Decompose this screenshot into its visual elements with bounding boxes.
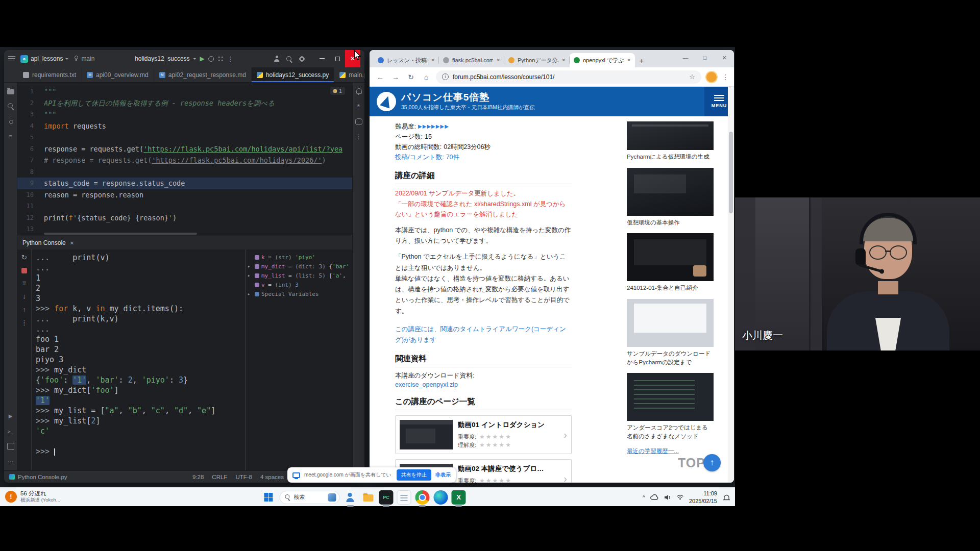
minimize-button[interactable]: — [676,50,695,65]
taskbar-clock[interactable]: 11:09 2025/02/15 [689,490,717,505]
settings-icon[interactable] [299,56,305,62]
notification-bell-icon[interactable] [723,494,730,501]
related-video-item[interactable]: サンプルデータのダウンロードからPycharmの設定まで [627,299,714,366]
status-item[interactable]: UTF-8 [235,474,252,480]
inspections-widget[interactable]: 1 [330,87,345,95]
search-everywhere-icon[interactable] [286,56,292,62]
close-button[interactable]: ✕ [715,50,734,65]
scroll-down-icon[interactable] [20,292,28,300]
back-button[interactable] [375,73,386,81]
code-editor[interactable]: 1"""2APIを利用して休日の情報を取得する例 - response head… [17,83,352,236]
hide-bar-link[interactable]: 非表示 [435,471,451,479]
site-brand[interactable]: パソコン仕事5倍塾 [401,92,535,104]
status-item[interactable]: 9:28 [192,474,204,480]
maximize-button[interactable]: □ [695,50,715,65]
stop-sharing-button[interactable]: 共有を停止 [397,469,431,481]
project-icon[interactable] [7,89,14,94]
chrome-taskbar-icon[interactable] [415,490,429,505]
tab-close-icon[interactable]: ✕ [561,58,566,63]
timetrial-link[interactable]: この講座には、関連のタイムトライアルワーク(コーディング)があります [395,324,572,346]
chevron-up-icon[interactable]: ^ [643,494,645,500]
status-file-name[interactable]: Python Console.py [18,474,67,480]
stop-icon[interactable] [21,268,27,273]
site-info-icon[interactable]: i [442,73,449,80]
editor-tab[interactable]: api02_request_response.md [154,67,252,82]
new-tab-button[interactable]: + [635,54,648,67]
notepad-taskbar-icon[interactable] [397,490,411,505]
browser-menu-icon[interactable]: ⋮ [722,73,729,81]
related-video-item[interactable]: Pycharmによる仮想環境の生成 [627,121,714,161]
browser-tab[interactable]: openpyxl で学ぶ py✕ [570,53,635,67]
run-more-menu-icon[interactable]: ⋮ [227,55,234,63]
taskbar-search[interactable]: 検索 [279,491,339,504]
project-widget[interactable]: a api_lessons [20,55,68,63]
status-item[interactable]: 4 spaces [260,474,284,480]
browser-tab[interactable]: レッスン・投稿一覧 |✕ [374,53,439,67]
page-scrollbar[interactable] [728,87,734,483]
forward-button[interactable] [390,73,401,81]
onedrive-icon[interactable] [650,494,659,500]
structure-icon[interactable] [7,133,14,140]
expand-arrow-icon[interactable]: ▸ [248,264,253,269]
explorer-taskbar-icon[interactable] [361,490,375,505]
more-icon[interactable] [355,133,362,140]
variable-row[interactable]: k = (str) 'piyo' [248,253,350,262]
download-link[interactable]: exercise_openpyxl.zip [395,381,572,388]
address-bar[interactable]: i forum.pc5bai.com/lesson/course/101/ ☆ [436,70,701,84]
list-icon[interactable] [20,279,28,287]
maximize-button[interactable] [330,50,345,67]
python-console-icon[interactable] [7,428,14,435]
rerun-icon[interactable] [20,254,28,261]
run-button[interactable]: ▶ [200,55,205,62]
more-icon[interactable] [7,458,14,465]
main-menu-icon[interactable] [8,56,15,61]
commit-icon[interactable] [7,118,14,125]
scroll-up-icon[interactable] [20,306,28,313]
run-icon[interactable] [7,412,14,419]
start-button[interactable] [264,493,273,502]
variable-row[interactable]: ▸Special Variables [248,289,350,298]
more-icon[interactable] [20,319,28,327]
excel-taskbar-icon[interactable] [451,490,465,505]
ai-assistant-icon[interactable] [355,103,362,110]
site-logo[interactable] [377,92,396,111]
lesson-card[interactable]: 動画01 イントロダクション重要度:★★★★★理解度:★★★★★› [395,415,572,454]
run-config-name[interactable]: holidays12_success [135,55,189,62]
profile-avatar[interactable] [705,71,718,83]
search-icon[interactable] [7,103,14,110]
home-button[interactable] [421,73,432,81]
close-icon[interactable]: ✕ [70,240,74,246]
wifi-icon[interactable] [676,494,684,500]
console-output[interactable]: ... print(v)...123>>> for k, v in my_dic… [32,249,245,470]
related-video-item[interactable]: 仮想環境の基本操作 [627,168,714,227]
tab-close-icon[interactable]: ✕ [431,58,435,63]
editor-tab[interactable]: main.py [334,67,364,82]
editor-tab[interactable]: api00_overview.md [82,67,154,82]
horizontal-scrollbar[interactable] [44,233,347,235]
tab-close-icon[interactable]: ✕ [496,58,500,63]
expand-arrow-icon[interactable]: ▸ [248,291,253,296]
debug-button[interactable] [208,56,214,62]
speaker-icon[interactable] [664,494,671,500]
database-icon[interactable] [355,118,362,125]
notifications-icon[interactable] [355,88,362,95]
editor-tab[interactable]: requirements.txt [18,67,82,82]
bookmark-star-icon[interactable]: ☆ [689,73,695,81]
tab-close-icon[interactable]: ✕ [627,58,631,63]
console-tab-label[interactable]: Python Console [22,239,66,246]
url-text[interactable]: forum.pc5bai.com/lesson/course/101/ [453,73,685,81]
edge-taskbar-icon[interactable] [433,490,448,505]
variable-row[interactable]: ▸my_dict = (dict: 3) {'bar': 2, 'foo': '… [248,262,350,271]
people-taskbar-icon[interactable] [343,490,357,505]
related-video-item[interactable]: アンダースコア2つではじまる名前のさまざまなメソッド [627,373,714,440]
course-info-row[interactable]: 投稿/コメント数:70件 [395,152,572,162]
expand-arrow-icon[interactable]: ▸ [248,273,253,278]
variable-row[interactable]: v = (int) 3 [248,280,350,289]
back-to-top-button[interactable]: TOP ↑ [678,454,721,471]
editor-tab[interactable]: holidays12_success.py [252,67,334,82]
minimize-button[interactable] [314,50,330,67]
reload-button[interactable] [405,73,416,81]
browser-tab[interactable]: Pythonデータ分析(✕ [504,53,570,67]
chevron-down-icon[interactable] [193,58,197,61]
variable-row[interactable]: ▸my_list = (list: 5) ['a', 'b', 'c', 'd'… [248,271,350,280]
